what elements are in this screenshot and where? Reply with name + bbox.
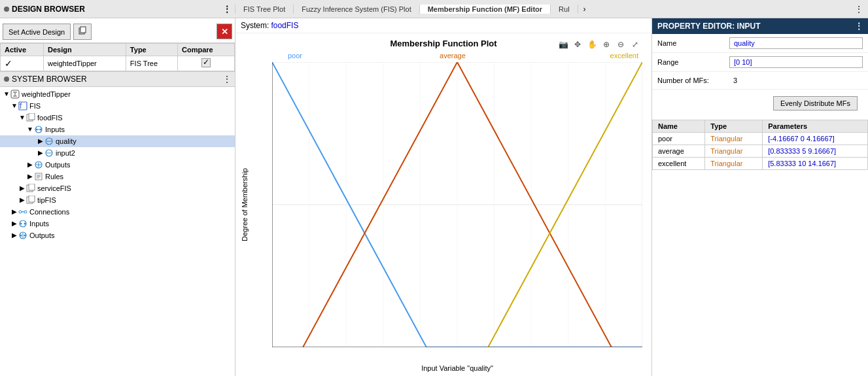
prop-name-label: Name bbox=[657, 39, 729, 47]
design-browser-toolbar: Set Active Design ✕ bbox=[0, 21, 235, 43]
tab-fis-tree-plot[interactable]: FIS Tree Plot bbox=[235, 5, 294, 14]
tree-node-outputs[interactable]: ▶ Outputs bbox=[0, 159, 235, 171]
inputs-icon bbox=[34, 125, 43, 134]
tree-node-input2[interactable]: ▶ input2 bbox=[0, 147, 235, 159]
system-browser-title: SYSTEM BROWSER bbox=[12, 75, 87, 84]
tree-node-fis[interactable]: ▼ f FIS bbox=[0, 100, 235, 112]
mf-row-average[interactable]: average Triangular [0.833333 5 9.16667] bbox=[653, 145, 868, 158]
col-active: Active bbox=[1, 44, 44, 56]
expand-arrow[interactable]: ▶ bbox=[26, 161, 34, 169]
mf-row-excellent[interactable]: excellent Triangular [5.83333 10 14.1667… bbox=[653, 158, 868, 170]
system-browser-menu-icon[interactable]: ⋮ bbox=[223, 75, 231, 84]
zoom-out-icon[interactable]: ⊖ bbox=[615, 39, 627, 50]
rules-icon bbox=[34, 172, 43, 181]
label-poor: poor bbox=[288, 52, 302, 60]
prop-range-row: Range [0 10] bbox=[652, 53, 868, 72]
expand-arrow[interactable]: ▼ bbox=[26, 126, 34, 133]
set-active-design-button[interactable]: Set Active Design bbox=[3, 24, 71, 40]
camera-icon[interactable]: 📷 bbox=[557, 39, 569, 50]
expand-arrow[interactable]: ▶ bbox=[37, 137, 44, 145]
svg-point-30 bbox=[24, 211, 27, 213]
node-label: Outputs bbox=[29, 231, 55, 239]
col-compare: Compare bbox=[177, 44, 234, 56]
svg-rect-28 bbox=[29, 196, 35, 202]
tree-node-quality[interactable]: ▶ quality bbox=[0, 135, 235, 147]
fis-icon: f bbox=[18, 101, 27, 111]
tree-node-servicefis[interactable]: ▶ serviceFIS bbox=[0, 182, 235, 194]
svg-rect-1 bbox=[80, 27, 86, 33]
svg-point-11 bbox=[36, 129, 38, 131]
mf-row-poor[interactable]: poor Triangular [-4.16667 0 4.16667] bbox=[653, 133, 868, 145]
main-area: Set Active Design ✕ Active Design Type C… bbox=[0, 18, 868, 376]
mf-name-excellent: excellent bbox=[653, 158, 705, 170]
expand-arrow[interactable]: ▶ bbox=[37, 149, 44, 157]
svg-rect-26 bbox=[29, 184, 35, 190]
left-panel: Set Active Design ✕ Active Design Type C… bbox=[0, 18, 235, 376]
tree-node-tipfis[interactable]: ▶ tipFIS bbox=[0, 194, 235, 206]
mf-params-average: [0.833333 5 9.16667] bbox=[763, 145, 868, 158]
tree-node-inputs[interactable]: ▼ Inputs bbox=[0, 124, 235, 135]
design-table-row[interactable]: ✓ weightedTipper FIS Tree bbox=[1, 56, 235, 71]
tree-node-root-inputs[interactable]: ▶ Inputs bbox=[0, 218, 235, 230]
compare-checkbox[interactable] bbox=[177, 56, 234, 71]
tab-area-menu[interactable]: ⋮ bbox=[850, 5, 868, 14]
mf-type-poor: Triangular bbox=[705, 133, 763, 145]
mf-col-type: Type bbox=[705, 120, 763, 133]
hand-icon[interactable]: ✋ bbox=[586, 39, 598, 50]
copy-design-button[interactable] bbox=[73, 24, 92, 40]
prop-name-value[interactable]: quality bbox=[729, 37, 863, 49]
node-label: Connections bbox=[29, 208, 69, 216]
property-editor-header: PROPERTY EDITOR: INPUT ⋮ bbox=[652, 18, 868, 34]
expand-arrow[interactable]: ▼ bbox=[18, 114, 26, 122]
tab-rules[interactable]: Rul bbox=[551, 5, 578, 14]
mf-col-params: Parameters bbox=[763, 120, 868, 133]
chart-toolbar: 📷 ✥ ✋ ⊕ ⊖ ⤢ bbox=[557, 39, 641, 50]
svg-text:f: f bbox=[20, 101, 22, 111]
expand-arrow[interactable]: ▶ bbox=[10, 208, 18, 216]
evenly-btn-row: Evenly Distribute MFs bbox=[652, 90, 868, 117]
zoom-in-icon[interactable]: ⊕ bbox=[600, 39, 612, 50]
tree-node-root-outputs[interactable]: ▶ Outputs bbox=[0, 230, 235, 241]
prop-name-row: Name quality bbox=[652, 34, 868, 53]
expand-arrow[interactable]: ▶ bbox=[26, 173, 34, 180]
design-browser-dot bbox=[4, 7, 9, 12]
property-editor-menu-icon[interactable]: ⋮ bbox=[855, 22, 863, 31]
expand-arrow[interactable]: ▼ bbox=[10, 102, 18, 110]
prop-nummfs-value: 3 bbox=[729, 75, 863, 86]
outputs-icon bbox=[34, 160, 43, 169]
mf-params-poor: [-4.16667 0 4.16667] bbox=[763, 133, 868, 145]
expand-arrow[interactable]: ▼ bbox=[3, 90, 10, 98]
expand-arrow[interactable]: ▶ bbox=[18, 184, 26, 192]
svg-point-33 bbox=[20, 223, 22, 225]
reset-view-icon[interactable]: ⤢ bbox=[629, 39, 641, 50]
chart-container: Membership Function Plot 📷 ✥ ✋ ⊕ ⊖ ⤢ Deg… bbox=[235, 33, 651, 376]
connections-icon bbox=[18, 207, 27, 216]
close-button[interactable]: ✕ bbox=[217, 24, 232, 39]
mf-type-excellent: Triangular bbox=[705, 158, 763, 170]
prop-range-value[interactable]: [0 10] bbox=[729, 56, 863, 68]
tab-fis-plot[interactable]: Fuzzy Inference System (FIS) Plot bbox=[294, 5, 420, 14]
prop-nummfs-row: Number of MFs: 3 bbox=[652, 72, 868, 90]
expand-arrow[interactable]: ▶ bbox=[10, 231, 18, 239]
tab-mf-editor[interactable]: Membership Function (MF) Editor bbox=[420, 5, 551, 14]
design-browser-menu-icon[interactable]: ⋮ bbox=[223, 5, 231, 14]
design-browser-title: DESIGN BROWSER bbox=[12, 5, 85, 14]
tree-node-rules[interactable]: ▶ Rules bbox=[0, 171, 235, 182]
col-type: Type bbox=[126, 44, 177, 56]
pan-icon[interactable]: ✥ bbox=[572, 39, 583, 50]
tab-bar: DESIGN BROWSER ⋮ FIS Tree Plot Fuzzy Inf… bbox=[0, 0, 868, 18]
expand-arrow[interactable]: ▶ bbox=[10, 220, 18, 228]
tab-more-icon[interactable]: › bbox=[578, 5, 591, 14]
mf-table: Name Type Parameters poor Triangular [-4… bbox=[652, 120, 868, 170]
evenly-distribute-button[interactable]: Evenly Distribute MFs bbox=[773, 96, 858, 111]
quality-icon bbox=[44, 137, 54, 146]
expand-arrow[interactable]: ▶ bbox=[18, 196, 26, 204]
design-browser-tab-header: DESIGN BROWSER ⋮ bbox=[0, 5, 235, 14]
tree-node-connections[interactable]: ▶ Connections bbox=[0, 206, 235, 218]
label-average: average bbox=[440, 52, 466, 60]
tree-node-weightedtipper[interactable]: ▼ weightedTipper bbox=[0, 88, 235, 100]
node-label: Rules bbox=[45, 173, 63, 180]
tree-node-foodfis[interactable]: ▼ foodFIS bbox=[0, 112, 235, 124]
prop-nummfs-label: Number of MFs: bbox=[657, 77, 729, 84]
design-type: FIS Tree bbox=[126, 56, 177, 71]
